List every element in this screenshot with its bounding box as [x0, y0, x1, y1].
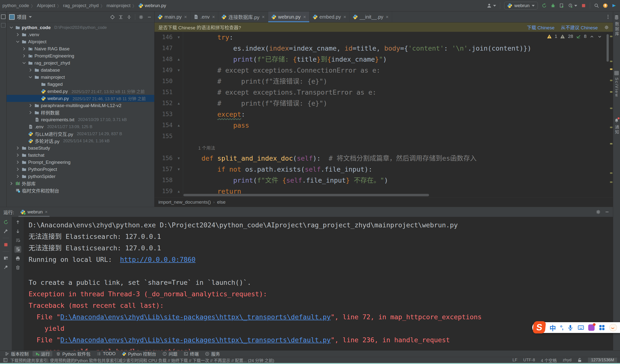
tree-item-多轮对话.py[interactable]: 多轮对话.py2025/1/14 14:26, 1.16 kB — [7, 137, 154, 144]
down-icon[interactable] — [16, 229, 20, 234]
stop-icon[interactable] — [581, 3, 586, 8]
memory-indicator[interactable]: 1273/1536M — [588, 358, 617, 363]
encoding-indicator[interactable]: UTF-8 — [523, 358, 535, 363]
tool-stripe-SciView[interactable]: SciView — [614, 71, 619, 97]
tool-window-button-Python 控制台[interactable]: Python 控制台 — [120, 351, 159, 356]
stripe-mark[interactable] — [610, 143, 612, 144]
tree-item-rag_project_zhyd[interactable]: rag_project_zhyd — [7, 60, 154, 66]
write-access-indicator[interactable] — [577, 358, 582, 362]
stripe-mark[interactable] — [610, 172, 612, 174]
close-icon[interactable]: × — [386, 15, 389, 19]
collapse-all-icon[interactable] — [127, 15, 132, 20]
tree-item-embed.py[interactable]: embed.py2025/1/27 21:47, 13.92 kB 11 分钟 … — [7, 88, 154, 95]
tab-__init__.py[interactable]: __init__.py× — [350, 12, 392, 22]
chevron-down-icon[interactable] — [28, 75, 33, 79]
tree-item-.venv[interactable]: .venv — [7, 31, 154, 38]
fold-marker[interactable]: ▴ — [174, 120, 183, 131]
tab-webrun.py[interactable]: webrun.py× — [268, 12, 310, 22]
tree-item-database[interactable]: database — [7, 66, 154, 74]
previous-problem-icon[interactable] — [589, 34, 594, 39]
collapse-all-button[interactable] — [127, 14, 132, 20]
python-icon[interactable] — [41, 89, 46, 94]
close-icon[interactable]: × — [343, 15, 346, 19]
editor-breadcrumb-item[interactable]: else — [217, 199, 226, 205]
chevron-right-icon[interactable] — [16, 32, 20, 37]
stripe-mark[interactable] — [610, 182, 612, 183]
settings-wrench-icon[interactable] — [3, 229, 8, 234]
chevron-right-icon[interactable] — [16, 167, 20, 172]
chevron-down-icon[interactable] — [29, 16, 32, 18]
up-icon[interactable] — [16, 220, 20, 225]
rerun-button[interactable] — [3, 220, 8, 225]
interpreter-indicator[interactable]: zhyd — [563, 358, 572, 363]
run-with-coverage-button[interactable] — [568, 3, 577, 8]
stop-process-button[interactable] — [3, 242, 8, 247]
stripe-mark[interactable] — [610, 127, 612, 128]
python-icon[interactable] — [41, 96, 46, 101]
tree-item-PythonProject[interactable]: PythonProject — [7, 166, 154, 173]
chevron-down-icon[interactable] — [22, 61, 26, 65]
tool-window-toggle[interactable] — [3, 358, 8, 362]
breadcrumb-item[interactable]: rag_project_zhyd — [62, 2, 100, 9]
breadcrumb-item[interactable]: mainproject — [106, 2, 132, 9]
fold-marker[interactable]: ▾ — [174, 153, 183, 164]
console-link[interactable]: http://0.0.0.0:7860 — [120, 256, 196, 263]
tree-item-webrun.py[interactable]: webrun.py2025/1/27 21:46, 13.97 kB 11 分钟… — [7, 95, 154, 102]
tool-stripe-数据库[interactable]: 数据库 — [614, 15, 620, 36]
python-icon[interactable] — [313, 15, 318, 19]
chevron-right-icon[interactable] — [22, 54, 26, 58]
gear-icon[interactable] — [139, 15, 143, 20]
chevron-right-icon[interactable] — [28, 68, 33, 72]
python-packages-icon[interactable] — [56, 352, 60, 356]
up-stack-trace-button[interactable] — [16, 220, 20, 225]
error-stripe[interactable] — [609, 32, 613, 197]
edit-configuration-button[interactable] — [3, 229, 8, 234]
restore-layout-icon[interactable] — [3, 256, 8, 261]
tree-item-mainproject[interactable]: mainproject — [7, 74, 154, 81]
python-icon[interactable] — [271, 15, 276, 19]
usages-inlay-hint[interactable]: 1 个用法 — [186, 146, 215, 151]
tool-window-button-TODO[interactable]: TODO — [94, 351, 118, 356]
tab-options-button[interactable] — [605, 15, 610, 19]
sciview-icon[interactable] — [614, 71, 619, 76]
fold-marker[interactable]: ▾ — [174, 32, 183, 43]
ime-apps-button[interactable] — [599, 325, 605, 329]
project-panel-title[interactable]: 项目 — [17, 14, 27, 20]
chevron-right-icon[interactable] — [16, 160, 20, 165]
todo-icon[interactable] — [97, 352, 101, 356]
editor-breadcrumb-item[interactable]: import_new_documents() — [158, 199, 211, 205]
clear-all-icon[interactable] — [16, 265, 20, 270]
python-icon[interactable] — [158, 15, 163, 19]
pin-tab-button[interactable] — [3, 265, 8, 270]
code-editor[interactable]: 146▾ try:147 es.index(index=index_cname,… — [155, 32, 613, 197]
tree-item-PromptEngineering[interactable]: PromptEngineering — [7, 52, 154, 60]
run-configuration-selector[interactable]: webrun — [504, 2, 538, 10]
close-icon[interactable]: × — [212, 15, 215, 19]
version-control-icon[interactable] — [5, 352, 9, 356]
banner-never-link[interactable]: 从不建议 Chinese — [561, 24, 598, 30]
update-icon[interactable] — [603, 3, 608, 8]
toolbox-app-icon[interactable] — [612, 3, 617, 8]
python-icon[interactable] — [138, 3, 143, 8]
stripe-mark[interactable] — [610, 107, 612, 109]
expand-all-button[interactable] — [118, 14, 123, 20]
chevron-right-icon[interactable] — [28, 110, 33, 115]
services-icon[interactable] — [205, 352, 209, 356]
next-problem-button[interactable] — [597, 34, 602, 39]
structure-stripe-icon[interactable] — [1, 23, 6, 28]
console-link[interactable]: D:\Anaconda\envs\zhyd\Lib\site-packages\… — [60, 336, 330, 344]
run-console[interactable]: D:\Anaconda\envs\zhyd\python.exe D:\Proj… — [24, 217, 613, 351]
indent-indicator[interactable]: 4 个空格 — [541, 357, 557, 363]
run-settings-button[interactable] — [596, 210, 601, 214]
tree-item-AIproject[interactable]: AIproject — [7, 38, 154, 45]
line-ending-indicator[interactable]: LF — [512, 358, 517, 363]
banner-download-link[interactable]: 下载 Chinese — [527, 24, 555, 30]
tool-window-button-运行[interactable]: 运行 — [32, 351, 52, 356]
tree-item-flagged[interactable]: flagged — [7, 81, 154, 88]
hide-run-panel-button[interactable] — [604, 210, 609, 214]
database-icon[interactable] — [614, 15, 619, 20]
tool-window-button-问题[interactable]: 问题 — [160, 351, 180, 356]
close-icon[interactable]: × — [262, 15, 265, 19]
panel-settings-button[interactable] — [139, 14, 143, 20]
chevron-right-icon[interactable] — [16, 146, 20, 150]
